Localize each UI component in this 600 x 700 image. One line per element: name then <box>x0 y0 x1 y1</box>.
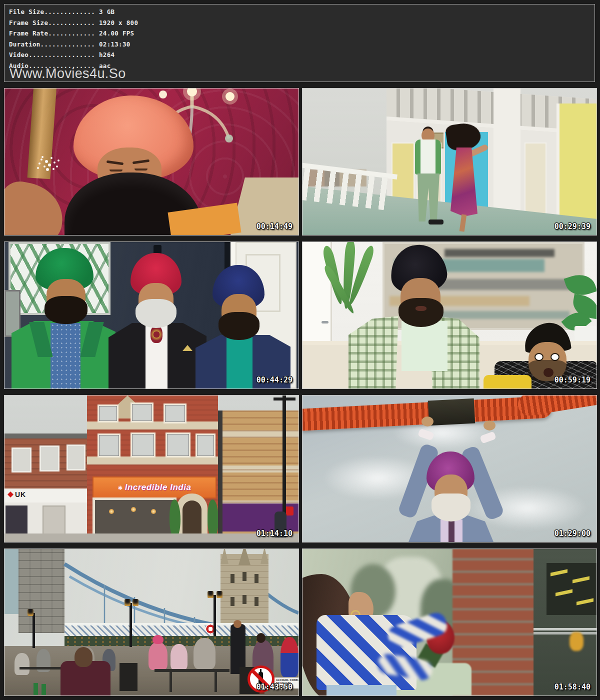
tower-window <box>254 574 258 583</box>
cafe-table <box>154 669 230 672</box>
tower-window <box>230 597 234 606</box>
window <box>130 402 154 422</box>
shocked-mouth <box>544 368 554 377</box>
street-lamp-pole <box>282 396 286 520</box>
tower-window <box>230 574 234 583</box>
screenshot-5: UK ✱ Incredible India <box>4 395 299 542</box>
grimace-mouth <box>416 306 426 311</box>
stone-band <box>87 422 218 430</box>
man2-white-beard <box>136 299 176 328</box>
scene-sofa-shock <box>302 242 596 388</box>
blue-patterned-shirt <box>50 323 80 388</box>
screenshot-3: 00:44:29 <box>4 242 299 389</box>
eyebrow <box>106 160 124 166</box>
topiary <box>170 500 180 538</box>
left-roofline <box>4 434 87 438</box>
meta-file-size: File Size............. 3 GB <box>4 6 594 18</box>
dancing-man-jacket <box>415 140 441 174</box>
meta-frame-rate: Frame Rate............ 24.00 FPS <box>4 28 594 39</box>
screenshot-6: 01:29:00 <box>302 395 597 542</box>
cream-door-2 <box>524 142 546 220</box>
tower-window <box>242 572 246 581</box>
pipe-coupling <box>428 398 475 426</box>
timestamp-overlay: 00:59:19 <box>554 376 590 384</box>
man3-beard <box>218 312 260 340</box>
gripping-hand <box>484 420 496 430</box>
ceiling-light <box>550 569 568 576</box>
pink-shirt-man <box>148 642 168 670</box>
shop-window-dark <box>6 506 28 534</box>
sign-text: Incredible India <box>125 482 192 492</box>
window <box>66 444 86 470</box>
dark-tie <box>448 520 454 542</box>
closed-eye <box>134 168 148 170</box>
paisley-cravat <box>150 326 162 343</box>
man1-beard <box>44 296 88 324</box>
teal-shirt <box>226 337 252 388</box>
tower-window <box>254 597 258 606</box>
window <box>130 432 156 458</box>
site-watermark: Www.Movies4u.So <box>10 66 126 82</box>
hoodie-man <box>194 638 216 669</box>
scene-incredible-india-street: UK ✱ Incredible India <box>4 396 298 542</box>
green-bottle <box>42 684 46 695</box>
gripping-hand <box>422 416 434 426</box>
lamp-lantern <box>28 609 34 616</box>
blue-jeans <box>326 685 396 696</box>
lamp-post <box>214 595 216 636</box>
lit-window <box>546 563 596 615</box>
timestamp-overlay: 01:29:00 <box>554 529 590 538</box>
table-leg <box>214 672 217 692</box>
window <box>164 404 186 424</box>
screenshot-1: 00:14:49 <box>4 88 299 236</box>
seated-person <box>14 653 30 675</box>
colorblock-shirt-man <box>280 637 298 677</box>
topiary <box>208 500 218 538</box>
timestamp-overlay: 00:29:39 <box>554 222 590 231</box>
metal-handrail <box>534 628 596 630</box>
timestamp-overlay: 01:43:50 <box>256 682 292 692</box>
pendant-light <box>109 509 114 514</box>
tower-window <box>242 595 246 604</box>
dancing-man-shoe <box>428 220 444 224</box>
timestamp-overlay: 00:14:49 <box>256 222 292 231</box>
lamp-post <box>130 603 132 647</box>
waiter <box>230 624 246 674</box>
paint-smear <box>444 249 554 257</box>
arch-doorway <box>182 500 202 536</box>
ceiling-light <box>576 598 594 605</box>
white-powder-particles <box>40 158 42 160</box>
timestamp-overlay: 00:44:29 <box>256 376 292 384</box>
screenshot-7: ALCOHOL CONSUMPTION IS INJURIOUS TO HEAL… <box>4 548 299 696</box>
lamp-lantern <box>132 599 138 606</box>
lamp-cross-arm <box>274 398 296 400</box>
woman-head <box>256 633 266 643</box>
woman-in-pink <box>170 644 188 670</box>
shop-door <box>42 506 66 536</box>
scene-tower-bridge-cafe: ALCOHOL CONSUMPTION IS INJURIOUS TO HEAL… <box>4 549 298 696</box>
pendant-light <box>131 507 136 512</box>
scene-hanging-pipe <box>302 396 596 542</box>
man1-beard <box>398 298 444 327</box>
waiter-head <box>234 620 242 628</box>
ceiling-light <box>556 589 572 596</box>
timestamp-overlay: 01:58:40 <box>554 682 590 692</box>
pavement <box>4 534 298 542</box>
closed-eye <box>110 170 122 172</box>
lamp-post <box>32 613 35 648</box>
white-beard <box>432 494 470 522</box>
window <box>196 434 216 458</box>
yellow-fabric <box>484 375 532 388</box>
table-leg <box>170 672 172 692</box>
window <box>12 448 32 472</box>
sunburst-logo: ✱ <box>118 483 122 492</box>
foreground-man-head <box>74 647 92 667</box>
ceiling-light <box>572 576 590 583</box>
window <box>166 432 190 458</box>
red-logo-mark <box>8 492 14 498</box>
meta-duration: Duration.............. 02:13:30 <box>4 39 594 50</box>
door-handle <box>322 321 328 324</box>
window <box>40 446 60 472</box>
scene-sadhu-powder <box>4 88 298 235</box>
eyebrow <box>132 160 150 164</box>
